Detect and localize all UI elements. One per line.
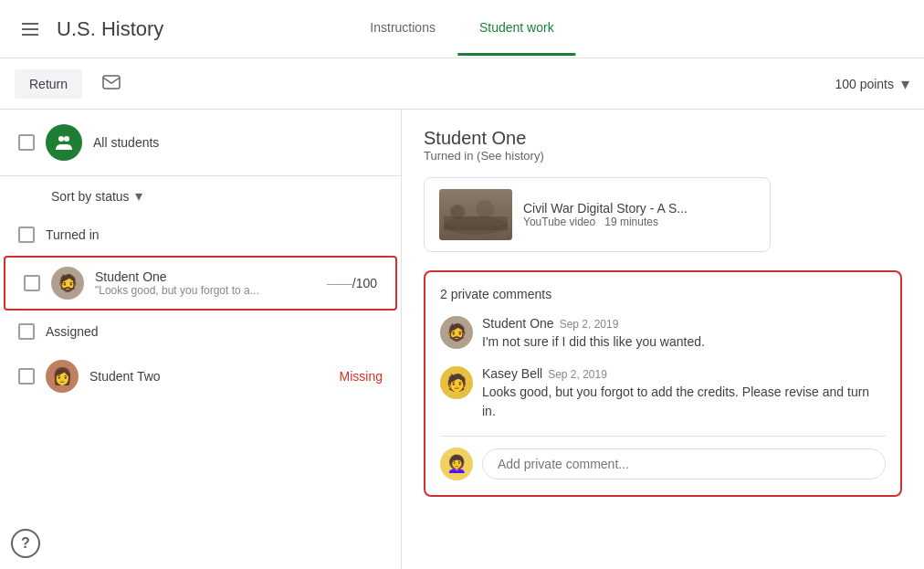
help-icon[interactable]: ? <box>11 529 40 558</box>
comment-1-body: Student One Sep 2, 2019 I'm not sure if … <box>482 316 705 352</box>
comment-2-header: Kasey Bell Sep 2, 2019 <box>482 366 886 381</box>
comment-2-text: Looks good, but you forgot to add the cr… <box>482 383 886 421</box>
toolbar: Return 100 points ▾ <box>0 58 924 110</box>
sort-row[interactable]: Sort by status ▾ <box>0 176 401 216</box>
comment-1-date: Sep 2, 2019 <box>560 318 619 331</box>
all-students-row[interactable]: All students <box>0 110 401 176</box>
comment-1-text: I'm not sure if I did this like you want… <box>482 332 705 352</box>
student-one-name: Student One <box>95 269 316 284</box>
svg-point-2 <box>64 136 69 142</box>
comment-2-avatar: 🧑 <box>440 366 473 399</box>
score-slash: —— <box>327 276 352 290</box>
tab-student-work[interactable]: Student work <box>457 2 576 56</box>
attachment-thumbnail <box>439 189 512 240</box>
private-comments-box: 2 private comments 🧔 Student One Sep 2, … <box>424 270 902 497</box>
comment-1-author: Student One <box>482 316 554 331</box>
section-assigned: Assigned <box>0 312 401 351</box>
score-total: 100 <box>356 276 377 290</box>
turned-in-checkbox[interactable] <box>18 227 35 243</box>
comment-1: 🧔 Student One Sep 2, 2019 I'm not sure i… <box>440 316 886 352</box>
sort-label: Sort by status <box>51 189 130 204</box>
attachment-info: Civil War Digital Story - A S... YouTube… <box>523 201 688 228</box>
comment-2-date: Sep 2, 2019 <box>548 368 607 381</box>
attachment-title: Civil War Digital Story - A S... <box>523 201 688 216</box>
comment-2-author: Kasey Bell <box>482 366 542 381</box>
points-value: 100 points <box>835 77 894 91</box>
right-panel: Student One Turned in (See history) <box>402 110 924 569</box>
comment-1-header: Student One Sep 2, 2019 <box>482 316 705 331</box>
app-title: U.S. History <box>57 17 163 41</box>
student-one-avatar: 🧔 <box>51 267 84 300</box>
app-header: U.S. History Instructions Student work <box>0 0 924 58</box>
svg-point-8 <box>476 200 494 218</box>
svg-point-1 <box>58 136 64 142</box>
main-content: All students Sort by status ▾ Turned in … <box>0 110 924 569</box>
return-button[interactable]: Return <box>15 69 82 99</box>
student-work-header: Student One Turned in (See history) <box>424 128 902 163</box>
student-two-status: Missing <box>340 369 383 384</box>
add-comment-row: 👩‍🦱 <box>440 448 886 480</box>
comment-2-body: Kasey Bell Sep 2, 2019 Looks good, but y… <box>482 366 886 421</box>
header-tabs: Instructions Student work <box>348 2 575 56</box>
add-comment-avatar: 👩‍🦱 <box>440 448 473 480</box>
comment-1-avatar: 🧔 <box>440 316 473 349</box>
all-students-checkbox[interactable] <box>18 134 35 151</box>
tab-instructions[interactable]: Instructions <box>348 2 457 56</box>
points-chevron-icon: ▾ <box>901 74 909 94</box>
all-students-label: All students <box>93 135 159 150</box>
student-one-checkbox[interactable] <box>24 275 40 291</box>
svg-rect-9 <box>444 216 508 230</box>
left-panel: All students Sort by status ▾ Turned in … <box>0 110 402 569</box>
section-turned-in: Turned in <box>0 216 401 254</box>
attachment-card[interactable]: Civil War Digital Story - A S... YouTube… <box>424 177 771 252</box>
student-two-checkbox[interactable] <box>18 368 35 385</box>
student-work-name: Student One <box>424 128 902 149</box>
assigned-checkbox[interactable] <box>18 323 35 340</box>
svg-rect-0 <box>103 76 120 89</box>
comment-2: 🧑 Kasey Bell Sep 2, 2019 Looks good, but… <box>440 366 886 421</box>
student-row-student-two[interactable]: 👩 Student Two Missing <box>0 351 401 402</box>
add-comment-input[interactable] <box>482 448 886 479</box>
private-comments-count: 2 private comments <box>440 287 886 301</box>
sort-chevron-icon: ▾ <box>135 187 142 205</box>
student-one-comment: "Looks good, but you forgot to a... <box>95 284 259 297</box>
hamburger-menu[interactable] <box>15 16 46 43</box>
mail-icon[interactable] <box>93 64 130 103</box>
all-students-avatar <box>46 124 82 161</box>
student-one-score: ——/100 <box>327 276 377 290</box>
turned-in-text: Turned in (See history) <box>424 149 902 163</box>
student-one-info: Student One "Looks good, but you forgot … <box>95 269 316 297</box>
student-two-info: Student Two <box>89 369 329 384</box>
comments-divider <box>440 436 886 437</box>
points-selector[interactable]: 100 points ▾ <box>835 74 909 94</box>
section-assigned-label: Assigned <box>46 324 99 339</box>
section-turned-in-label: Turned in <box>46 227 100 242</box>
student-two-name: Student Two <box>89 369 329 384</box>
student-row-student-one[interactable]: 🧔 Student One "Looks good, but you forgo… <box>4 256 397 311</box>
attachment-meta: YouTube video 19 minutes <box>523 216 688 228</box>
student-two-avatar: 👩 <box>46 360 79 393</box>
